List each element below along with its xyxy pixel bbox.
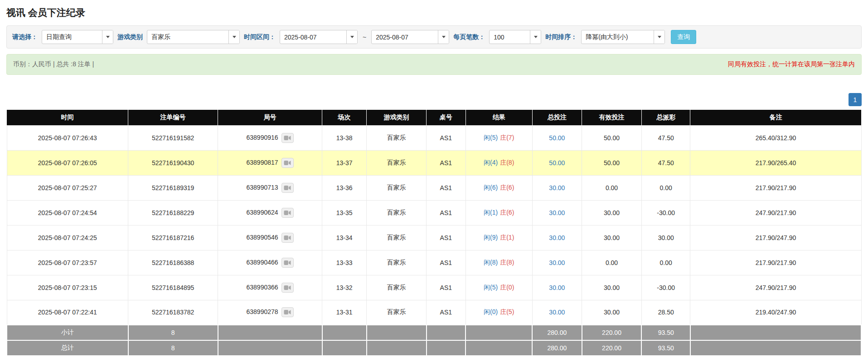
cell-round: 638990546	[218, 225, 322, 250]
cell-time: 2025-08-07 07:26:43	[7, 125, 128, 150]
table-row: 2025-08-07 07:26:05 522716190430 6389908…	[7, 150, 861, 175]
sort-dropdown-button[interactable]	[654, 30, 664, 44]
cell-bet-id: 522716188229	[128, 200, 218, 225]
result-banker: 庄(7)	[500, 134, 514, 141]
date-to-value[interactable]: 2025-08-07	[372, 30, 438, 44]
sort-select[interactable]: 降冪(由大到小)	[581, 30, 665, 44]
total-bet-link[interactable]: 30.00	[549, 259, 565, 266]
cell-total-bet: 30.00	[532, 275, 582, 300]
cell-table-no: AS1	[427, 225, 466, 250]
total-bet-link[interactable]: 50.00	[549, 159, 565, 167]
cell-total-bet: 30.00	[532, 175, 582, 200]
video-camera-icon	[284, 260, 291, 265]
cell-total-bet: 30.00	[532, 250, 582, 275]
query-type-label: 请选择：	[12, 33, 38, 41]
result-banker: 庄(6)	[500, 209, 514, 216]
result-banker: 庄(8)	[500, 159, 514, 166]
cell-game-type: 百家乐	[367, 200, 427, 225]
query-type-select[interactable]: 日期查询	[42, 30, 113, 44]
search-button[interactable]: 查询	[671, 30, 696, 44]
cell-result: 闲(4)庄(8)	[466, 150, 532, 175]
cell-total-bet: 50.00	[532, 125, 582, 150]
header-valid-bet: 有效投注	[582, 110, 642, 125]
cell-note: 217.90/247.90	[690, 225, 861, 250]
cell-total-bet: 30.00	[532, 225, 582, 250]
query-type-dropdown-button[interactable]	[102, 30, 113, 44]
round-video-button[interactable]	[281, 158, 294, 168]
subtotal-row: 小计 8 280.00 220.00 93.50	[7, 325, 861, 340]
cell-round: 638990624	[218, 200, 322, 225]
cell-game-type: 百家乐	[367, 275, 427, 300]
cell-result: 闲(5)庄(7)	[466, 125, 532, 150]
page-size-value[interactable]: 100	[490, 30, 530, 44]
total-valid-bet: 220.00	[582, 340, 642, 356]
cell-session: 13-36	[322, 175, 367, 200]
chevron-down-icon	[442, 36, 446, 38]
total-bet-link[interactable]: 50.00	[549, 134, 565, 142]
cell-session: 13-38	[322, 125, 367, 150]
game-type-select[interactable]: 百家乐	[147, 30, 240, 44]
page-button-1[interactable]: 1	[849, 93, 862, 106]
filter-bar: 请选择： 日期查询 游戏类别 百家乐 时间区间： 2025-08-07 ~ 20…	[6, 25, 862, 49]
total-bet-link[interactable]: 30.00	[549, 284, 565, 291]
cell-valid-bet: 30.00	[582, 275, 642, 300]
bets-table: 时间 注单编号 局号 场次 游戏类别 桌号 结果 总投注 有效投注 总派彩 备注…	[6, 110, 862, 356]
round-video-button[interactable]	[281, 283, 294, 293]
cell-session: 13-32	[322, 275, 367, 300]
round-video-button[interactable]	[281, 307, 294, 317]
cell-game-type: 百家乐	[367, 250, 427, 275]
date-from-value[interactable]: 2025-08-07	[280, 30, 346, 44]
query-type-value[interactable]: 日期查询	[42, 30, 102, 44]
date-to-select[interactable]: 2025-08-07	[371, 30, 449, 44]
round-video-button[interactable]	[281, 233, 294, 243]
page: 视讯 会员下注纪录 请选择： 日期查询 游戏类别 百家乐 时间区间： 2025-…	[0, 0, 868, 363]
cell-bet-id: 522716184895	[128, 275, 218, 300]
header-table-no: 桌号	[427, 110, 466, 125]
round-video-button[interactable]	[281, 208, 294, 218]
page-size-label: 每页笔数：	[453, 33, 485, 41]
cell-note: 247.90/217.90	[690, 275, 861, 300]
video-camera-icon	[284, 185, 291, 191]
cell-note: 217.90/217.90	[690, 175, 861, 200]
cell-game-type: 百家乐	[367, 150, 427, 175]
round-video-button[interactable]	[281, 183, 294, 193]
round-id: 638990466	[247, 258, 278, 265]
cell-payout: 47.50	[641, 150, 690, 175]
result-player: 闲(5)	[484, 134, 498, 141]
round-video-button[interactable]	[281, 133, 294, 143]
round-id: 638990817	[247, 158, 278, 166]
date-from-dropdown-button[interactable]	[346, 30, 357, 44]
cell-note: 247.90/217.90	[690, 200, 861, 225]
cell-time: 2025-08-07 07:23:15	[7, 275, 128, 300]
game-type-value[interactable]: 百家乐	[147, 30, 228, 44]
page-size-select[interactable]: 100	[489, 30, 541, 44]
date-from-select[interactable]: 2025-08-07	[280, 30, 358, 44]
subtotal-count: 8	[128, 325, 218, 340]
game-type-dropdown-button[interactable]	[228, 30, 239, 44]
result-player: 闲(9)	[484, 234, 498, 241]
cell-table-no: AS1	[427, 175, 466, 200]
result-player: 闲(0)	[484, 308, 498, 315]
cell-valid-bet: 50.00	[582, 150, 642, 175]
table-row: 2025-08-07 07:25:27 522716189319 6389907…	[7, 175, 861, 200]
total-bet-link[interactable]: 30.00	[549, 209, 565, 216]
total-bet-link[interactable]: 30.00	[549, 234, 565, 241]
summary-notice: 同局有效投注，统一计算在该局第一张注单内	[728, 60, 855, 69]
round-video-button[interactable]	[281, 258, 294, 268]
video-camera-icon	[284, 309, 291, 315]
date-to-dropdown-button[interactable]	[438, 30, 449, 44]
table-row: 2025-08-07 07:23:15 522716184895 6389903…	[7, 275, 861, 300]
result-banker: 庄(1)	[500, 234, 514, 241]
cell-table-no: AS1	[427, 125, 466, 150]
page-size-dropdown-button[interactable]	[530, 30, 541, 44]
total-bet-link[interactable]: 30.00	[549, 309, 565, 316]
header-total-bet: 总投注	[532, 110, 582, 125]
sort-value[interactable]: 降冪(由大到小)	[582, 30, 654, 44]
chevron-down-icon	[534, 36, 538, 38]
subtotal-total-bet: 280.00	[532, 325, 582, 340]
total-bet-link[interactable]: 30.00	[549, 184, 565, 191]
table-body: 2025-08-07 07:26:43 522716191582 6389909…	[7, 125, 861, 325]
result-banker: 庄(8)	[500, 259, 514, 266]
video-camera-icon	[284, 135, 291, 141]
page-title: 视讯 会员下注纪录	[6, 6, 862, 19]
